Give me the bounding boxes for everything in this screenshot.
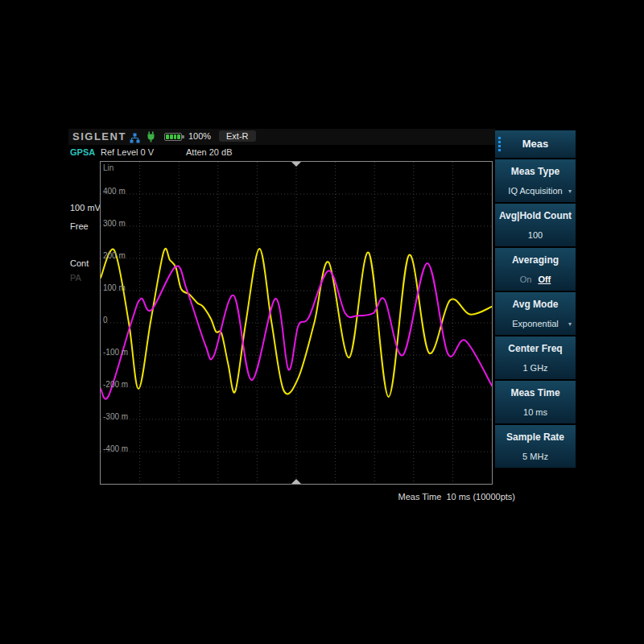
softkey-value: IQ Acquisition [495,186,576,196]
softkey-averaging[interactable]: Averaging OnOff [495,248,576,291]
center-marker-bottom-icon [291,479,301,484]
ytick-300m: 300 m [103,219,126,228]
ytick-200m: 200 m [103,251,126,260]
softkey-value: 5 MHz [495,452,576,461]
power-plug-icon [147,131,155,146]
softkey-label: Meas Type [495,166,576,177]
ytick-n300m: -300 m [103,412,128,421]
chevron-down-icon: ▾ [568,188,572,195]
trace-plot [101,162,492,484]
softkey-label: Center Freq [495,343,576,354]
waveform-display: Lin 400 m 300 m 200 m 100 m 0 -100 m -20… [100,161,493,485]
ytick-400m: 400 m [103,187,126,196]
letterboxed-page: { "statusbar": { "brand": "SIGLENT", "ba… [0,0,644,644]
measurement-info-row: GPSA Ref Level 0 V Atten 20 dB [68,145,495,159]
ytick-n100m: -100 m [103,348,128,357]
averaging-toggle[interactable]: OnOff [495,275,576,284]
meas-time-annotation: Meas Time 10 ms (10000pts) [398,492,515,502]
softkey-value: Exponential [495,319,576,328]
scale-type-label: Lin [103,163,114,172]
softkey-sample-rate[interactable]: Sample Rate 5 MHz [495,425,576,468]
ext-ref-badge: Ext-R [219,130,256,142]
softkey-label: Averaging [495,254,576,266]
ref-level-readout: Ref Level 0 V [101,147,154,157]
toggle-off-option[interactable]: Off [538,275,551,284]
softkey-value: 10 ms [495,407,576,417]
analyzer-screen: SIGLENT 100% Ext-R GPSA Ref Level 0 V [68,129,576,515]
battery-percentage: 100% [188,131,211,141]
ytick-n400m: -400 m [103,444,128,453]
sweep-mode-label: Cont [70,258,89,268]
softkey-label: Sample Rate [495,431,576,443]
softkey-label: Meas Time [495,387,576,398]
softkey-label: Avg Mode [495,299,576,310]
softkey-menu: Meas Meas Type IQ Acquisition ▾ Avg|Hold… [495,130,576,468]
toggle-on-option[interactable]: On [520,275,532,284]
atten-readout: Atten 20 dB [186,147,233,157]
scale-per-div-label: 100 mV/ [70,203,103,213]
softkey-value: 1 GHz [495,363,576,373]
status-bar: SIGLENT 100% Ext-R [68,129,495,145]
battery-icon [164,133,182,141]
mode-label: GPSA [70,147,95,157]
menu-header[interactable]: Meas [495,130,576,158]
trigger-mode-label: Free [70,221,89,231]
softkey-label: Avg|Hold Count [495,210,576,221]
softkey-meas-time[interactable]: Meas Time 10 ms [495,381,576,423]
ytick-100m: 100 m [103,283,126,292]
ytick-0: 0 [103,316,108,324]
preamp-label: PA [70,273,81,283]
softkey-center-freq[interactable]: Center Freq 1 GHz [495,336,576,379]
softkey-avg-hold-count[interactable]: Avg|Hold Count 100 [495,204,576,246]
softkey-meas-type[interactable]: Meas Type IQ Acquisition ▾ [495,159,576,202]
ytick-n200m: -200 m [103,380,128,389]
chevron-down-icon: ▾ [568,320,572,328]
menu-title: Meas [495,138,576,150]
softkey-value: 100 [495,230,576,240]
softkey-avg-mode[interactable]: Avg Mode Exponential ▾ [495,292,576,335]
siglent-logo: SIGLENT [72,130,126,142]
center-marker-top-icon [291,162,301,167]
